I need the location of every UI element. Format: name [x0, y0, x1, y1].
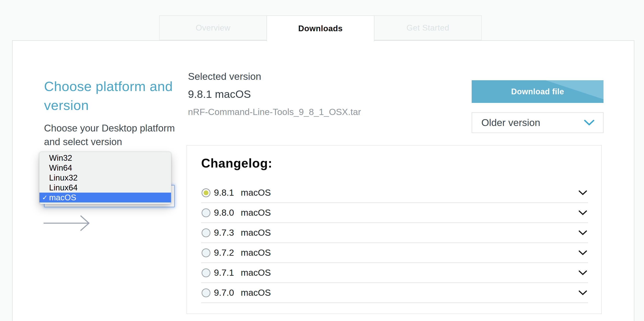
expand-chevron-icon[interactable]: [579, 291, 587, 295]
changelog-row: 9.7.2 macOS: [201, 243, 588, 263]
older-version-dropdown[interactable]: Older version: [472, 112, 604, 133]
version-radio[interactable]: [202, 188, 210, 197]
selected-version-filename: nRF-Command-Line-Tools_9_8_1_OSX.tar: [188, 107, 361, 116]
version-radio[interactable]: [202, 208, 210, 217]
version-radio[interactable]: [202, 269, 210, 277]
tab-bar: Overview Downloads Get Started: [160, 15, 482, 41]
platform-option[interactable]: ✓ Win64: [40, 163, 171, 173]
right-arrow-icon: [43, 214, 96, 232]
checkmark-icon: ✓: [42, 193, 48, 203]
changelog-row: 9.7.0 macOS: [201, 283, 588, 303]
download-file-button[interactable]: Download file: [472, 80, 604, 103]
chevron-down-icon: [584, 120, 594, 126]
expand-chevron-icon[interactable]: [579, 230, 587, 235]
changelog-title: Changelog:: [201, 157, 272, 170]
version-number: 9.7.2: [214, 248, 241, 258]
changelog-row: 9.7.3 macOS: [201, 223, 588, 243]
version-number: 9.8.1: [214, 188, 241, 198]
version-platform: macOS: [241, 208, 271, 218]
version-platform: macOS: [241, 188, 271, 198]
changelog-section: Changelog: 9.8.1 macOS 9.8.0 macOS 9.7.3…: [186, 145, 602, 314]
tab[interactable]: Get Started: [374, 15, 482, 40]
changelog-list: 9.8.1 macOS 9.8.0 macOS 9.7.3 macOS: [201, 183, 588, 303]
expand-chevron-icon[interactable]: [579, 210, 587, 215]
selected-version-label: Selected version: [188, 71, 261, 81]
changelog-row: 9.8.0 macOS: [201, 203, 588, 223]
platform-option[interactable]: ✓ Linux64: [40, 183, 171, 193]
tab[interactable]: Overview: [159, 15, 267, 40]
expand-chevron-icon[interactable]: [579, 271, 587, 275]
platform-option[interactable]: ✓ macOS: [40, 193, 171, 203]
version-platform: macOS: [241, 228, 271, 238]
platform-option-label: Linux32: [49, 173, 78, 182]
platform-option-label: macOS: [49, 193, 76, 202]
tab[interactable]: Downloads: [266, 15, 374, 41]
platform-option-label: Win32: [49, 153, 72, 162]
version-platform: macOS: [241, 288, 271, 298]
expand-chevron-icon[interactable]: [579, 190, 587, 195]
version-number: 9.7.3: [214, 228, 241, 238]
changelog-row: 9.7.1 macOS: [201, 263, 588, 283]
tab-label: Overview: [196, 23, 230, 32]
platform-option-label: Win64: [49, 163, 72, 172]
tab-label: Downloads: [298, 24, 343, 33]
version-number: 9.8.0: [214, 208, 241, 218]
version-number: 9.7.1: [214, 268, 241, 278]
expand-chevron-icon[interactable]: [579, 250, 587, 255]
platform-option[interactable]: ✓ Linux32: [40, 173, 171, 183]
version-number: 9.7.0: [214, 288, 241, 298]
page-title: Choose platform and version: [44, 77, 185, 115]
version-platform: macOS: [241, 268, 271, 278]
download-file-label: Download file: [511, 87, 564, 96]
version-radio[interactable]: [202, 249, 210, 257]
version-radio[interactable]: [202, 228, 210, 237]
tab-label: Get Started: [406, 23, 450, 32]
version-platform: macOS: [241, 248, 271, 258]
version-radio[interactable]: [202, 289, 210, 297]
older-version-label: Older version: [481, 117, 540, 128]
platform-option-label: Linux64: [49, 183, 78, 192]
changelog-row: 9.8.1 macOS: [201, 183, 588, 203]
platform-option[interactable]: ✓ Win32: [40, 153, 171, 163]
platform-description: Choose your Desktop platform and select …: [44, 121, 180, 149]
selected-version-value: 9.8.1 macOS: [188, 89, 251, 100]
platform-dropdown-menu: ✓ Win32 ✓ Win64 ✓ Linux32 ✓ Linux64 ✓ ma…: [39, 152, 171, 204]
